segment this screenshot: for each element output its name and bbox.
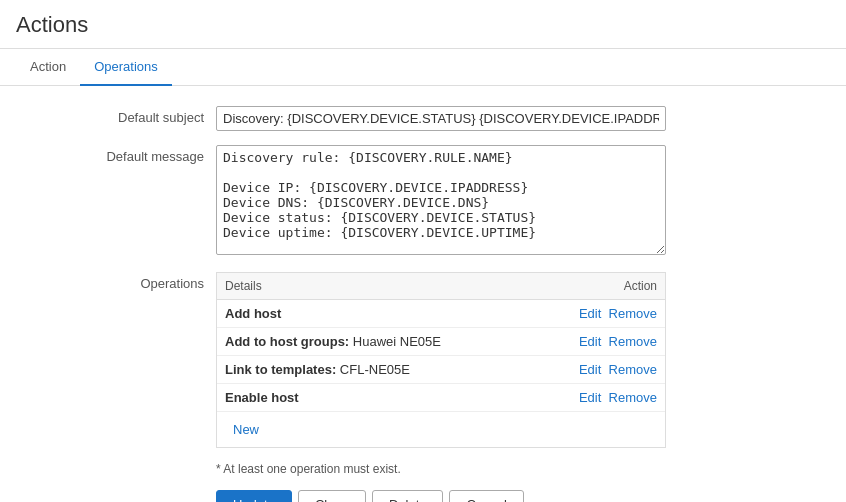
operations-table-wrapper: Details Action Add host Edit Remove Add … bbox=[216, 272, 666, 448]
operations-section: Operations Details Action Add bbox=[16, 272, 830, 448]
table-row: Link to templates: CFL-NE05E Edit Remove bbox=[217, 356, 665, 384]
table-row: Add to host groups: Huawei NE05E Edit Re… bbox=[217, 328, 665, 356]
row-details-bold-3: Enable host bbox=[225, 390, 299, 405]
remove-link-1[interactable]: Remove bbox=[609, 334, 657, 349]
table-row: Add host Edit Remove bbox=[217, 300, 665, 328]
new-link[interactable]: New bbox=[225, 418, 267, 441]
page-wrapper: Actions Action Operations Default subjec… bbox=[0, 0, 846, 502]
default-subject-field bbox=[216, 106, 830, 131]
row-action-2: Edit Remove bbox=[536, 356, 665, 384]
tabs-bar: Action Operations bbox=[0, 49, 846, 86]
tab-action[interactable]: Action bbox=[16, 49, 80, 86]
col-details: Details bbox=[217, 273, 536, 300]
default-message-row: Default message bbox=[16, 145, 830, 258]
footer-note: * At least one operation must exist. bbox=[216, 462, 830, 476]
table-row: Enable host Edit Remove bbox=[217, 384, 665, 412]
row-details-bold-0: Add host bbox=[225, 306, 281, 321]
edit-link-1[interactable]: Edit bbox=[579, 334, 601, 349]
update-button[interactable]: Update bbox=[216, 490, 292, 502]
content-area: Default subject Default message Operatio… bbox=[0, 86, 846, 502]
edit-link-2[interactable]: Edit bbox=[579, 362, 601, 377]
row-details-1: Add to host groups: Huawei NE05E bbox=[217, 328, 536, 356]
row-details-bold-1: Add to host groups: bbox=[225, 334, 349, 349]
row-details-bold-2: Link to templates: bbox=[225, 362, 336, 377]
remove-link-3[interactable]: Remove bbox=[609, 390, 657, 405]
delete-button[interactable]: Delete bbox=[372, 490, 444, 502]
table-header-row: Details Action bbox=[217, 273, 665, 300]
operations-table: Details Action Add host Edit Remove Add … bbox=[216, 272, 666, 448]
edit-link-3[interactable]: Edit bbox=[579, 390, 601, 405]
default-message-field bbox=[216, 145, 830, 258]
new-cell: New bbox=[217, 412, 665, 448]
remove-link-2[interactable]: Remove bbox=[609, 362, 657, 377]
edit-link-0[interactable]: Edit bbox=[579, 306, 601, 321]
default-subject-row: Default subject bbox=[16, 106, 830, 131]
remove-link-0[interactable]: Remove bbox=[609, 306, 657, 321]
footer-buttons: Update Clone Delete Cancel bbox=[216, 490, 830, 502]
default-message-input[interactable] bbox=[216, 145, 666, 255]
row-action-1: Edit Remove bbox=[536, 328, 665, 356]
default-subject-label: Default subject bbox=[16, 106, 216, 125]
cancel-button[interactable]: Cancel bbox=[449, 490, 523, 502]
row-details-3: Enable host bbox=[217, 384, 536, 412]
row-action-3: Edit Remove bbox=[536, 384, 665, 412]
tab-operations[interactable]: Operations bbox=[80, 49, 172, 86]
new-row: New bbox=[217, 412, 665, 448]
col-action: Action bbox=[536, 273, 665, 300]
default-message-label: Default message bbox=[16, 145, 216, 164]
clone-button[interactable]: Clone bbox=[298, 490, 366, 502]
page-title: Actions bbox=[0, 0, 846, 49]
row-action-0: Edit Remove bbox=[536, 300, 665, 328]
operations-label: Operations bbox=[16, 272, 216, 291]
row-details-0: Add host bbox=[217, 300, 536, 328]
default-subject-input[interactable] bbox=[216, 106, 666, 131]
row-details-2: Link to templates: CFL-NE05E bbox=[217, 356, 536, 384]
